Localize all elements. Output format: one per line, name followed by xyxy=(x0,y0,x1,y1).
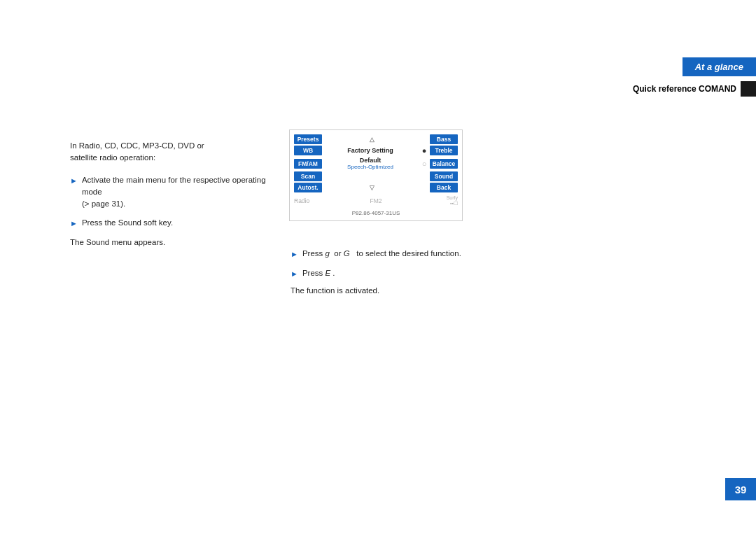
sub-text-sound: The Sound menu appears. xyxy=(70,237,266,248)
part-number: P82.86-4057-31US xyxy=(294,210,458,216)
bullet-item-2: ► Press the Sound soft key. xyxy=(70,217,266,230)
instr-arrow-2: ► xyxy=(290,268,298,280)
treble-button[interactable]: Treble xyxy=(430,146,458,155)
panel-row-wb: WB Factory Setting ● Treble xyxy=(294,146,458,155)
presets-button[interactable]: Presets xyxy=(294,134,322,144)
bullet-arrow-1: ► xyxy=(70,175,78,187)
bullet-item-1: ► Activate the main menu for the respect… xyxy=(70,174,266,211)
radio-dot-empty: ○ xyxy=(419,160,430,168)
at-a-glance-tab: At a glance xyxy=(682,57,756,76)
instr-sub-text: The function is activated. xyxy=(290,286,556,295)
subtitle-block xyxy=(741,81,756,97)
page-number: 39 xyxy=(725,478,756,500)
left-content: In Radio, CD, CDC, MP3-CD, DVD orsatelli… xyxy=(70,140,266,248)
factory-setting-label: Factory Setting xyxy=(322,147,419,154)
bullet-arrow-2: ► xyxy=(70,218,78,230)
instruction-2: ► Press E . xyxy=(290,267,556,280)
radio-dot-filled: ● xyxy=(419,146,430,155)
panel-row-fmam: FM/AM Default Speech-Optimized ○ Balance xyxy=(294,157,458,170)
intro-text: In Radio, CD, CDC, MP3-CD, DVD orsatelli… xyxy=(70,140,266,164)
default-label: Default Speech-Optimized xyxy=(322,157,419,170)
back-button[interactable]: Back xyxy=(430,183,458,192)
surfy-label: Surfy ▪▪☐ xyxy=(403,195,458,207)
ui-panel: Presets △ Bass WB Factory Setting ● Treb… xyxy=(289,129,463,221)
instructions-section: ► Press g or G to select the desired fun… xyxy=(290,248,556,295)
radio-label: Radio xyxy=(294,197,349,204)
sound-button[interactable]: Sound xyxy=(430,171,458,181)
fmam-button[interactable]: FM/AM xyxy=(294,159,322,169)
wb-button[interactable]: WB xyxy=(294,146,322,155)
nav-down-arrow: ▽ xyxy=(322,184,421,191)
instr-text-2: Press E . xyxy=(302,267,335,279)
nav-up-arrow: △ xyxy=(322,136,421,143)
panel-row-autost: Autost. ▽ Back xyxy=(294,183,458,192)
header-subtitle: Quick reference COMAND xyxy=(633,81,756,97)
instr-arrow-1: ► xyxy=(290,248,298,260)
instr-text-1: Press g or G to select the desired funct… xyxy=(302,248,461,260)
instruction-1: ► Press g or G to select the desired fun… xyxy=(290,248,556,260)
subtitle-text: Quick reference COMAND xyxy=(633,84,741,94)
scan-button[interactable]: Scan xyxy=(294,171,322,181)
balance-button[interactable]: Balance xyxy=(430,159,458,169)
panel-row-scan: Scan Sound xyxy=(294,171,458,181)
panel-bottom-row: Radio FM2 Surfy ▪▪☐ xyxy=(294,195,458,207)
panel-row-presets: Presets △ Bass xyxy=(294,134,458,144)
bass-button[interactable]: Bass xyxy=(430,134,458,144)
bullet-text-2: Press the Sound soft key. xyxy=(82,217,173,229)
bullet-text-1: Activate the main menu for the respectiv… xyxy=(82,174,266,211)
autost-button[interactable]: Autost. xyxy=(294,183,322,192)
fm2-label: FM2 xyxy=(349,197,403,204)
